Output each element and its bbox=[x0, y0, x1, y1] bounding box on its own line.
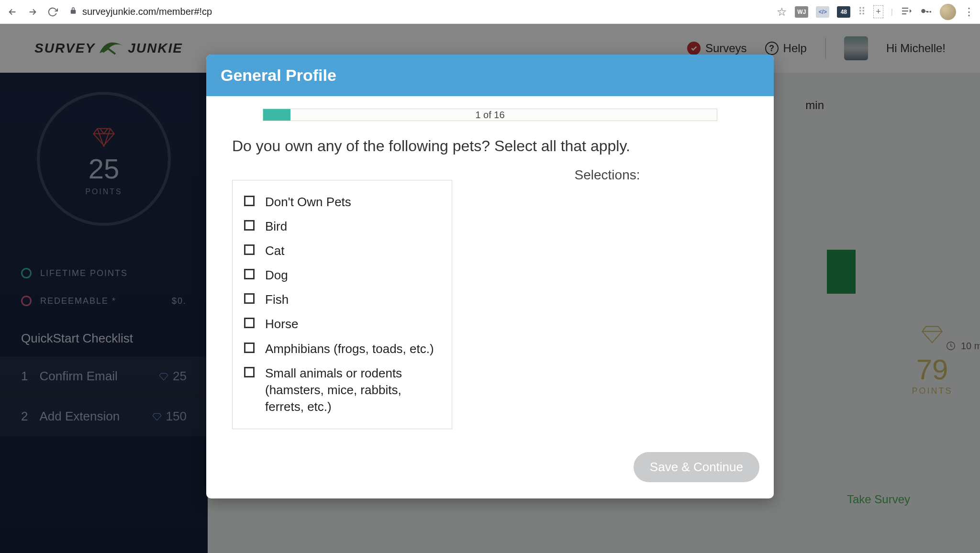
option-label: Small animals or rodents (hamsters, mice… bbox=[265, 365, 440, 415]
extension-plus-icon[interactable]: + bbox=[873, 5, 883, 18]
selections-heading: Selections: bbox=[467, 167, 748, 429]
option-amphibians[interactable]: Amphibians (frogs, toads, etc.) bbox=[244, 337, 440, 361]
star-icon[interactable]: ☆ bbox=[777, 5, 787, 19]
browser-toolbar: surveyjunkie.com/member#!cp ☆ WJ </> 48 … bbox=[0, 0, 980, 24]
reload-button[interactable] bbox=[46, 5, 59, 19]
back-button[interactable] bbox=[6, 5, 19, 19]
options-list: Don't Own Pets Bird Cat Dog bbox=[232, 180, 452, 429]
progress-bar: 1 of 16 bbox=[263, 109, 717, 121]
option-fish[interactable]: Fish bbox=[244, 288, 440, 312]
modal-title: General Profile bbox=[206, 55, 774, 96]
checkbox-icon[interactable] bbox=[244, 244, 255, 255]
checkbox-icon[interactable] bbox=[244, 220, 255, 231]
survey-question: Do you own any of the following pets? Se… bbox=[232, 137, 748, 155]
option-label: Bird bbox=[265, 218, 287, 235]
option-label: Fish bbox=[265, 291, 289, 308]
checkbox-icon[interactable] bbox=[244, 196, 255, 206]
option-label: Amphibians (frogs, toads, etc.) bbox=[265, 341, 434, 357]
checkbox-icon[interactable] bbox=[244, 367, 255, 377]
lock-icon bbox=[69, 6, 78, 17]
extension-badge-48[interactable]: 48 bbox=[837, 6, 850, 18]
option-label: Don't Own Pets bbox=[265, 194, 351, 210]
checkbox-icon[interactable] bbox=[244, 343, 255, 353]
option-label: Cat bbox=[265, 243, 284, 259]
url-text: surveyjunkie.com/member#!cp bbox=[82, 6, 212, 17]
save-continue-button[interactable]: Save & Continue bbox=[634, 452, 759, 482]
checkbox-icon[interactable] bbox=[244, 269, 255, 279]
address-bar[interactable]: surveyjunkie.com/member#!cp bbox=[66, 6, 770, 17]
media-icon[interactable] bbox=[901, 5, 912, 19]
checkbox-icon[interactable] bbox=[244, 293, 255, 304]
option-dog[interactable]: Dog bbox=[244, 263, 440, 288]
extension-dots-icon[interactable]: ⠿ bbox=[858, 6, 866, 18]
key-icon[interactable] bbox=[920, 5, 932, 19]
extension-wj-icon[interactable]: WJ bbox=[795, 6, 808, 18]
option-cat[interactable]: Cat bbox=[244, 239, 440, 263]
profile-avatar[interactable] bbox=[940, 4, 956, 20]
option-dont-own[interactable]: Don't Own Pets bbox=[244, 190, 440, 214]
forward-button[interactable] bbox=[26, 5, 39, 19]
progress-text: 1 of 16 bbox=[475, 110, 504, 121]
option-label: Dog bbox=[265, 267, 288, 284]
general-profile-modal: General Profile 1 of 16 Do you own any o… bbox=[206, 55, 774, 498]
option-bird[interactable]: Bird bbox=[244, 214, 440, 239]
checkbox-icon[interactable] bbox=[244, 318, 255, 328]
option-small-animals[interactable]: Small animals or rodents (hamsters, mice… bbox=[244, 361, 440, 419]
option-label: Horse bbox=[265, 316, 298, 332]
progress-fill bbox=[263, 109, 290, 121]
extension-code-icon[interactable]: </> bbox=[816, 6, 829, 18]
option-horse[interactable]: Horse bbox=[244, 312, 440, 336]
menu-dots-icon[interactable]: ⋮ bbox=[964, 6, 974, 18]
svg-point-0 bbox=[921, 9, 925, 13]
